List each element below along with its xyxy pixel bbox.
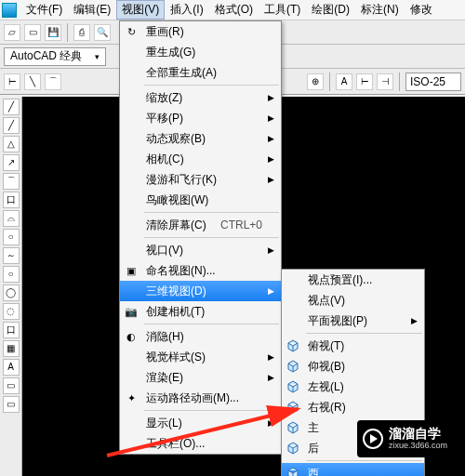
menu-icon [120, 151, 142, 167]
menu-item[interactable]: 工具栏(O)... [120, 433, 281, 454]
menu-item[interactable]: 全部重生成(A) [120, 62, 281, 83]
submenu-item[interactable]: 视点(V) [282, 290, 424, 311]
ellipse2-icon[interactable]: ◯ [3, 284, 20, 301]
pline-icon[interactable]: △ [3, 136, 20, 152]
menu-item[interactable]: 漫游和飞行(K)▶ [120, 169, 281, 190]
cube-view-icon [282, 440, 304, 456]
submenu-item[interactable]: 仰视(B) [282, 356, 424, 377]
block-icon[interactable]: 口 [3, 322, 20, 338]
menu-item[interactable]: 动态观察(B)▶ [120, 128, 281, 149]
submenu-item[interactable]: 右视(R) [282, 397, 424, 417]
menu-view[interactable]: 视图(V) [116, 0, 165, 20]
menu-label: 平移(P) [142, 111, 268, 126]
menu-tools[interactable]: 工具(T) [259, 0, 306, 20]
menu-item[interactable]: 视觉样式(S)▶ [120, 347, 281, 367]
dim-icon[interactable]: ⊢ [356, 73, 373, 90]
submenu-label: 仰视(B) [304, 359, 411, 375]
menu-file[interactable]: 文件(F) [20, 0, 68, 20]
circle-icon[interactable]: ○ [3, 229, 20, 245]
polygon-icon[interactable]: ↗ [3, 154, 20, 171]
menu-icon [282, 312, 304, 329]
dim-aligned-icon[interactable]: ╲ [24, 73, 41, 90]
xline-icon[interactable]: ╱ [3, 117, 20, 134]
menubar: 文件(F) 编辑(E) 视图(V) 插入(I) 格式(O) 工具(T) 绘图(D… [0, 0, 465, 20]
menu-item[interactable]: ◐消隐(H) [120, 326, 281, 347]
arc-icon[interactable]: ⌒ [3, 173, 20, 190]
menu-item[interactable]: 缩放(Z)▶ [120, 87, 281, 108]
submenu-arrow-icon: ▶ [268, 113, 277, 123]
submenu-item[interactable]: 视点预置(I)... [282, 270, 424, 290]
submenu-item[interactable]: 俯视(T) [282, 336, 424, 356]
menu-shortcut: CTRL+0 [220, 218, 268, 231]
separator [67, 23, 68, 42]
submenu-label: 视点预置(I)... [304, 272, 411, 288]
chevron-down-icon: ▾ [95, 52, 100, 61]
workspace-selector[interactable]: AutoCAD 经典 ▾ [4, 47, 106, 66]
line-icon[interactable]: ╱ [3, 99, 20, 115]
submenu-item[interactable]: 西 [282, 463, 424, 476]
menu-item[interactable]: 鸟瞰视图(W) [120, 190, 281, 210]
submenu-item[interactable]: 左视(L) [282, 377, 424, 397]
menu-item[interactable]: 平移(P)▶ [120, 108, 281, 128]
menu-draw[interactable]: 绘图(D) [306, 0, 355, 20]
submenu-arrow-icon: ▶ [411, 316, 420, 325]
save-icon[interactable]: 💾 [45, 24, 61, 41]
submenu-arrow-icon: ▶ [268, 245, 277, 255]
menu-icon [120, 217, 142, 233]
tool-icon[interactable]: ⊕ [307, 73, 324, 90]
menu-format[interactable]: 格式(O) [209, 0, 259, 20]
menu-modify[interactable]: 修改 [405, 0, 438, 20]
menu-icon [120, 435, 142, 452]
menu-edit[interactable]: 编辑(E) [68, 0, 116, 20]
menu-label: 相机(C) [142, 152, 268, 167]
donut-icon[interactable]: ◌ [3, 303, 20, 320]
menu-item[interactable]: 清除屏幕(C)CTRL+0 [120, 215, 281, 235]
text-a-icon[interactable]: A [336, 73, 352, 90]
menu-item[interactable]: ↻重画(R) [120, 21, 281, 42]
menu-item[interactable]: 视口(V)▶ [120, 240, 281, 260]
dim2-icon[interactable]: ⊣ [377, 73, 393, 90]
menu-label: 命名视图(N)... [142, 263, 268, 279]
menu-item[interactable]: 三维视图(D)▶ [120, 281, 281, 301]
menu-insert[interactable]: 插入(I) [165, 0, 208, 20]
menu-label: 动态观察(B) [142, 131, 268, 147]
hatch-icon[interactable]: ▦ [3, 340, 20, 357]
menu-icon [282, 271, 304, 288]
ellipse-icon[interactable]: ○ [3, 266, 20, 283]
separator [399, 73, 400, 91]
menu-icon [120, 349, 142, 365]
menu-icon [120, 242, 142, 258]
menu-item[interactable]: ✦运动路径动画(M)... [120, 388, 281, 408]
cube-view-icon [282, 358, 304, 375]
menu-label: 工具栏(O)... [142, 436, 268, 452]
menu-dimension[interactable]: 标注(N) [355, 0, 405, 20]
spline-icon[interactable]: ～ [3, 247, 20, 264]
submenu-arrow-icon: ▶ [268, 175, 277, 184]
open-icon[interactable]: ▭ [24, 24, 41, 41]
submenu-item[interactable]: 平面视图(P)▶ [282, 311, 424, 331]
menu-icon: ▣ [120, 262, 142, 279]
menu-label: 显示(L) [142, 416, 268, 431]
print-icon[interactable]: ⎙ [73, 24, 90, 41]
submenu-arrow-icon: ▶ [268, 134, 277, 143]
menu-icon [120, 130, 142, 147]
watermark-sub: zixue.3d66.com [389, 442, 447, 451]
menu-item[interactable]: 显示(L)▶ [120, 413, 281, 433]
new-icon[interactable]: ▱ [4, 24, 20, 41]
menu-item[interactable]: 渲染(E)▶ [120, 367, 281, 388]
menu-item[interactable]: 相机(C)▶ [120, 149, 281, 169]
table-icon[interactable]: ▭ [3, 396, 20, 413]
dim-style-selector[interactable]: ISO-25 [405, 73, 461, 91]
rect-icon[interactable]: 口 [3, 192, 20, 208]
region-icon[interactable]: ▭ [3, 377, 20, 394]
menu-icon [120, 283, 142, 299]
submenu-arrow-icon: ▶ [268, 418, 277, 428]
menu-item[interactable]: ▣命名视图(N)... [120, 260, 281, 281]
dim-linear-icon[interactable]: ⊢ [4, 73, 20, 90]
menu-item[interactable]: 📷创建相机(T) [120, 301, 281, 322]
menu-item[interactable]: 重生成(G) [120, 42, 281, 62]
dim-arc-icon[interactable]: ⌒ [45, 73, 61, 90]
preview-icon[interactable]: 🔍 [94, 24, 111, 41]
text-icon[interactable]: A [3, 359, 20, 376]
arc2-icon[interactable]: ⌓ [3, 210, 20, 227]
